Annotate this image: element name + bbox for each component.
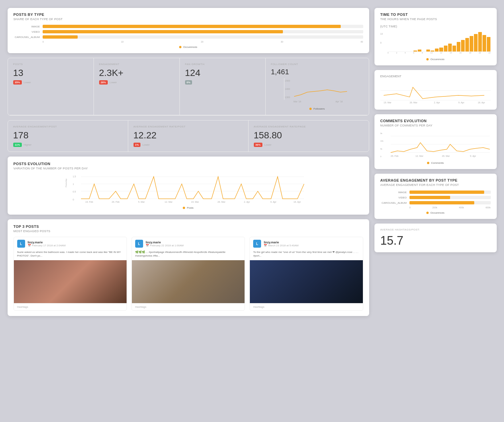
comments-evolution-panel: COMMENTS EVOLUTION NUMBER OF COMMENTS PE… (374, 114, 497, 169)
svg-text:1: 1 (73, 183, 74, 185)
time-legend: Occurences (380, 58, 491, 61)
post-image-3 (250, 260, 363, 303)
chart-axis: 0 10 20 30 40 (14, 41, 363, 43)
avg-eng-rate-page-badge-text: Lower (264, 143, 272, 146)
svg-text:9. Apr: 9. Apr (470, 155, 476, 158)
post-image-2 (132, 260, 245, 303)
post-date-2: 📅 February 22 2018 at 1:00AM (146, 244, 184, 247)
svg-text:12. Mar: 12. Mar (415, 155, 423, 157)
svg-text:0.5: 0.5 (73, 191, 76, 193)
time-to-post-sub2: (UTC TIME) (380, 25, 491, 28)
comments-title: COMMENTS EVOLUTION (380, 119, 491, 123)
svg-text:26. Mar: 26. Mar (409, 101, 417, 104)
time-axis: 0 2 4 6 8 10 12 14 16 18 20 22 (388, 52, 491, 54)
bar-fill-carousel (43, 35, 78, 39)
avg-hashtags-label: AVERAGE HASHTAGS/POST: (380, 228, 491, 231)
avg-eng-title: AVERAGE ENGAGEMENT BY POST TYPE (380, 178, 491, 182)
left-column: POSTS BY TYPE SHARE OF EACH TYPE OF POST… (8, 8, 369, 316)
post-header-2: L linzy.marie 📅 February 22 2018 at 1:00… (132, 237, 245, 250)
post-author-1: linzy.marie (28, 241, 66, 244)
post-avatar-1: L (17, 240, 25, 248)
svg-text:2. Apr: 2. Apr (434, 101, 440, 104)
avg-engagement-panel: AVERAGE ENGAGEMENT BY POST TYPE AVERAGE … (374, 174, 497, 219)
comments-legend-label: Comments (431, 161, 444, 164)
stat-follower-label: FOLLOWER COUNT (271, 63, 364, 66)
svg-text:26. Mar: 26. Mar (442, 155, 450, 157)
avg-hashtags-value: 15.7 (380, 234, 491, 248)
time-to-post-subtitle: THE HOURS WHEN THE PAGE POSTS (380, 18, 491, 21)
time-legend-label: Occurences (430, 58, 445, 61)
time-chart-wrapper: 10 0 (380, 32, 491, 55)
avg-eng-rate-post-label: AVERAGE ENGAGEMENT RATE/POST (134, 125, 243, 128)
bar-track-image (43, 25, 363, 28)
time-chart: 0 2 4 6 8 10 12 14 16 18 20 22 (388, 32, 491, 55)
avg-hashtags-panel: AVERAGE HASHTAGS/POST: 15.7 (374, 224, 497, 252)
stat-eng-value: 2.3K+ (99, 68, 174, 78)
svg-text:12. Mar: 12. Mar (165, 201, 173, 203)
stat-follower-count: FOLLOWER COUNT 1,461 1500 1400 1300 Mar … (266, 58, 369, 115)
posts-evolution-title: POSTS EVOLUTION (14, 162, 363, 166)
bar-fill-video (43, 30, 283, 33)
post-card-3: L linzy.marie 📅 March 23 2018 at 5:40AM … (250, 237, 363, 311)
time-bars (388, 32, 491, 52)
post-card-2: L linzy.marie 📅 February 22 2018 at 1:00… (132, 237, 245, 311)
follower-chart: 1500 1400 1300 Mar '18 Apr '18 (271, 78, 364, 105)
svg-text:1300: 1300 (285, 96, 290, 98)
post-author-2: linzy.marie (146, 241, 184, 244)
post-header-3: L linzy.marie 📅 March 23 2018 at 5:40AM (250, 237, 363, 250)
post-text-1: Suzie asked us where the bathroom was. I… (14, 250, 127, 260)
svg-text:1.5: 1.5 (73, 175, 76, 178)
avg-eng-post-label: AVERAGE ENGAGEMENT/POST (13, 125, 123, 128)
stat-eng-label: ENGAGEMENT (99, 63, 174, 66)
stat-fan-value: 124 (185, 68, 260, 78)
stat-engagement: ENGAGEMENT 2.3K+ 28% Lower (94, 58, 180, 115)
stat-eng-badge: 28% (99, 80, 108, 85)
posts-by-type-legend: Occurences (14, 46, 363, 49)
time-to-post-title: TIME TO POST (380, 13, 491, 17)
stats-grid-bottom: AVERAGE ENGAGEMENT/POST 178 11% Higher A… (8, 120, 369, 152)
engagement-svg: 19. Mar 26. Mar 2. Apr 9. Apr 16. Apr (380, 81, 491, 104)
posts-evolution-panel: POSTS EVOLUTION VARIATION OF THE NUMBER … (8, 157, 369, 215)
stat-avg-eng-rate-post: AVERAGE ENGAGEMENT RATE/POST 12.22 1% Lo… (128, 121, 249, 152)
avg-eng-post-badge: 11% (13, 143, 22, 147)
post-card-1: L linzy.marie 📅 February 17 2018 at 2:04… (14, 237, 127, 311)
top-posts-title: TOP 3 POSTS (14, 225, 363, 229)
bar-label-carousel: CAROUSEL_ALBUM (14, 36, 40, 39)
comments-chart: 26. Feb 12. Mar 26. Mar 9. Apr (390, 131, 491, 159)
bar-label-video: VIDEO (14, 30, 40, 33)
svg-text:16. Apr: 16. Apr (293, 201, 301, 203)
stat-avg-eng-rate-page: AVERAGE ENGAGEMENT RATE/PAGE 158.80 36% … (249, 121, 369, 152)
avg-eng-chart: IMAGE VIDEO CAROUSEL_ALBUM (380, 191, 491, 204)
avg-eng-post-value: 178 (13, 130, 123, 141)
posts-evolution-legend: Posts (14, 206, 363, 209)
avg-eng-rate-page-label: AVERAGE ENGAGEMENT RATE/PAGE (254, 125, 364, 128)
top-posts-panel: TOP 3 POSTS MOST ENGAGED POSTS L linzy.m… (8, 219, 369, 316)
avg-eng-track-video (409, 196, 491, 199)
avg-eng-subtitle: AVERAGE ENGAGEMENT FOR EACH TYPE OF POST (380, 183, 491, 187)
avg-eng-track-image (409, 191, 491, 194)
avg-eng-bar-image: IMAGE (380, 191, 491, 194)
svg-text:19. Feb: 19. Feb (85, 201, 93, 203)
avg-eng-bar-video: VIDEO (380, 196, 491, 199)
svg-text:16. Apr: 16. Apr (478, 101, 485, 104)
dashboard-wrapper: POSTS BY TYPE SHARE OF EACH TYPE OF POST… (8, 8, 497, 414)
comments-subtitle: NUMBER OF COMMENTS PER DAY (380, 124, 491, 127)
evolution-chart: 1.5 1 0.5 0 Posts/day 19. Feb (14, 174, 363, 204)
comments-legend-dot (427, 162, 429, 164)
comments-legend: Comments (380, 161, 491, 164)
avg-eng-axis: 0 200k 400k 600k (380, 206, 491, 209)
stat-posts: POSTS 13 35% Lower (8, 58, 94, 115)
svg-text:Posts/day: Posts/day (65, 179, 67, 187)
comments-svg: 26. Feb 12. Mar 26. Mar 9. Apr (390, 131, 491, 158)
stat-avg-eng-post: AVERAGE ENGAGEMENT/POST 178 11% Higher (8, 121, 128, 152)
stat-fan-growth: FAN GROWTH 124 0% (180, 58, 266, 115)
avg-eng-rate-page-badge: 36% (254, 143, 262, 147)
time-legend-dot (426, 58, 429, 60)
svg-text:26. Mar: 26. Mar (217, 201, 225, 203)
avg-eng-post-badge-text: Higher (24, 143, 32, 146)
avg-eng-legend-label: Occurences (430, 211, 445, 214)
post-text-3: To the girl who made me "one of us" from… (250, 250, 363, 260)
posts-legend-label: Posts (187, 206, 193, 209)
bar-row-video: VIDEO (14, 30, 363, 33)
svg-text:Apr '18: Apr '18 (335, 100, 343, 103)
